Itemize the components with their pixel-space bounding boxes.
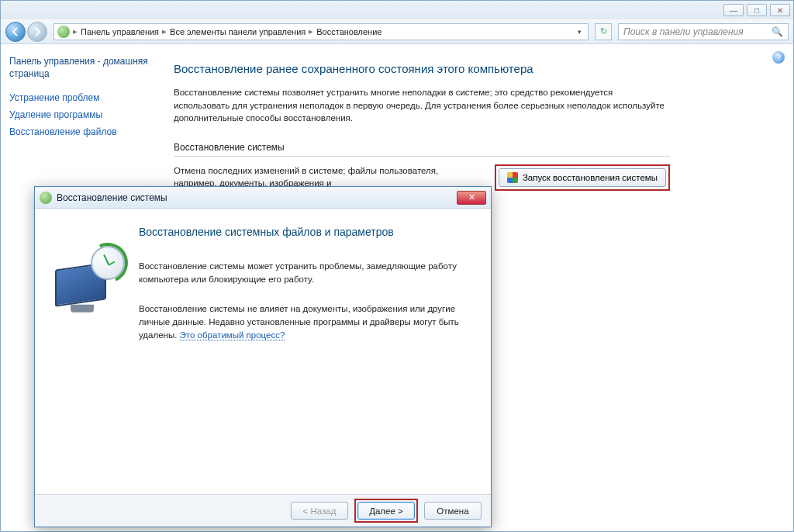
minimize-button[interactable]: — — [723, 4, 744, 16]
breadcrumb-seg-2[interactable]: Все элементы панели управления — [167, 27, 309, 36]
section-label: Восстановление системы — [174, 142, 775, 153]
restore-illustration — [50, 244, 125, 319]
page-title: Восстановление ранее сохраненного состоя… — [174, 62, 775, 75]
window-titlebar: — □ ✕ — [1, 1, 793, 19]
sidebar-link-restore-files[interactable]: Восстановление файлов — [9, 126, 149, 137]
dialog-paragraph-1: Восстановление системы может устранить п… — [139, 260, 475, 285]
search-placeholder: Поиск в панели управления — [623, 26, 744, 37]
launch-highlight: Запуск восстановления системы — [495, 164, 670, 191]
next-wizard-button[interactable]: Далее > — [357, 502, 415, 520]
search-icon: 🔍 — [772, 26, 783, 37]
page-description: Восстановление системы позволяет устрани… — [174, 86, 670, 125]
breadcrumb-seg-3[interactable]: Восстановление — [313, 27, 385, 36]
breadcrumb-seg-1[interactable]: Панель управления — [78, 27, 162, 36]
back-wizard-button: < Назад — [291, 502, 348, 520]
system-restore-dialog: Восстановление системы ✕ Восстановление … — [34, 186, 492, 527]
search-input[interactable]: Поиск в панели управления 🔍 — [618, 23, 789, 40]
address-bar[interactable]: ▸ Панель управления ▸ Все элементы панел… — [54, 23, 589, 40]
dialog-heading: Восстановление системных файлов и параме… — [139, 226, 475, 238]
reversible-link[interactable]: Это обратимый процесс? — [180, 330, 285, 340]
close-button[interactable]: ✕ — [770, 4, 790, 16]
next-highlight: Далее > — [354, 499, 418, 523]
dialog-titlebar: Восстановление системы ✕ — [35, 187, 491, 209]
shield-icon — [507, 172, 518, 183]
dialog-body: Восстановление системных файлов и параме… — [35, 209, 491, 494]
maximize-button[interactable]: □ — [747, 4, 767, 16]
dialog-footer: < Назад Далее > Отмена — [35, 494, 491, 527]
back-button[interactable] — [5, 22, 26, 42]
address-dropdown[interactable]: ▾ — [575, 28, 585, 36]
dialog-title-text: Восстановление системы — [57, 192, 167, 203]
forward-button[interactable] — [27, 22, 47, 42]
dialog-close-button[interactable]: ✕ — [457, 191, 486, 205]
recovery-icon — [57, 26, 70, 38]
cancel-wizard-button[interactable]: Отмена — [424, 502, 482, 520]
launch-system-restore-button[interactable]: Запуск восстановления системы — [499, 168, 666, 187]
sidebar-home-link[interactable]: Панель управления - домашняя страница — [9, 56, 149, 80]
launch-button-label: Запуск восстановления системы — [523, 173, 658, 182]
dialog-text: Восстановление системных файлов и параме… — [139, 223, 475, 486]
dialog-icon — [40, 192, 52, 204]
navigation-bar: ▸ Панель управления ▸ Все элементы панел… — [1, 19, 793, 44]
dialog-paragraph-2: Восстановление системы не влияет на доку… — [139, 302, 475, 341]
sidebar-link-troubleshoot[interactable]: Устранение проблем — [9, 92, 149, 103]
refresh-button[interactable]: ↻ — [595, 23, 612, 40]
sidebar-link-uninstall[interactable]: Удаление программы — [9, 109, 149, 120]
help-icon[interactable]: ? — [772, 51, 785, 64]
